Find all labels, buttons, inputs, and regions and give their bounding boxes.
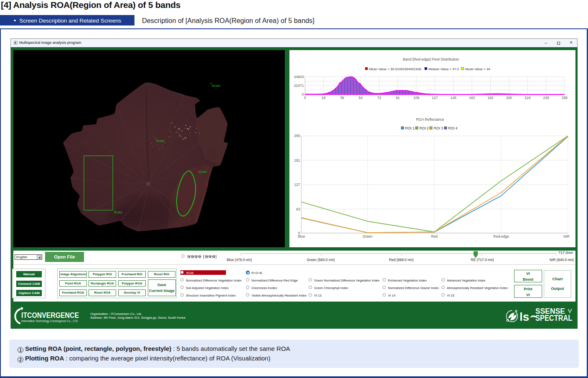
svg-text:Blue: Blue	[298, 234, 305, 238]
svg-text:218: 218	[525, 96, 530, 100]
svg-text:Mean Value = 59.51061564991508: Mean Value = 59.51061564991508	[369, 67, 421, 71]
svg-text:ROA3: ROA3	[198, 170, 207, 174]
svg-text:44943: 44943	[294, 75, 304, 79]
svg-text:22471: 22471	[294, 84, 304, 88]
svg-text:163: 163	[469, 96, 475, 100]
svg-text:191: 191	[294, 158, 300, 162]
svg-text:ls: ls	[520, 310, 529, 323]
svg-text:ROA1: ROA1	[114, 211, 122, 214]
svg-text:Band [Red-edge] Pixel Distribu: Band [Red-edge] Pixel Distribution	[403, 57, 459, 61]
svg-text:63: 63	[296, 207, 300, 211]
svg-text:ROA4: ROA4	[212, 84, 220, 88]
svg-text:Midean Value = 47.0: Midean Value = 47.0	[428, 67, 459, 71]
svg-text:ROI 1: ROI 1	[405, 126, 414, 130]
svg-text:255: 255	[294, 134, 300, 138]
svg-text:182: 182	[487, 96, 493, 100]
svg-text:127: 127	[432, 96, 438, 100]
svg-text:145: 145	[451, 96, 456, 100]
svg-text:Green: Green	[362, 234, 373, 238]
svg-text:Red-edge: Red-edge	[493, 234, 509, 238]
svg-text:255: 255	[562, 96, 568, 100]
svg-text:ROA Reflectance: ROA Reflectance	[416, 117, 444, 122]
svg-text:ROA2: ROA2	[156, 139, 165, 143]
svg-text:200: 200	[506, 96, 512, 100]
svg-text:ROI 3: ROI 3	[433, 126, 443, 130]
svg-text:91: 91	[396, 96, 400, 100]
svg-text:127: 127	[294, 183, 300, 187]
svg-text:NIR: NIR	[563, 234, 570, 238]
svg-text:0: 0	[304, 96, 306, 100]
svg-text:18: 18	[322, 96, 326, 100]
svg-text:ROI 2: ROI 2	[419, 126, 428, 130]
svg-text:ROI 4: ROI 4	[448, 126, 457, 130]
svg-text:54: 54	[359, 96, 363, 100]
svg-text:0: 0	[302, 92, 304, 96]
svg-text:Mode Value = 44: Mode Value = 44	[465, 67, 491, 71]
svg-text:109: 109	[413, 96, 419, 100]
svg-text:Red: Red	[431, 234, 438, 238]
svg-text:236: 236	[543, 96, 549, 100]
svg-text:72: 72	[377, 96, 381, 100]
svg-text:36: 36	[340, 96, 344, 100]
